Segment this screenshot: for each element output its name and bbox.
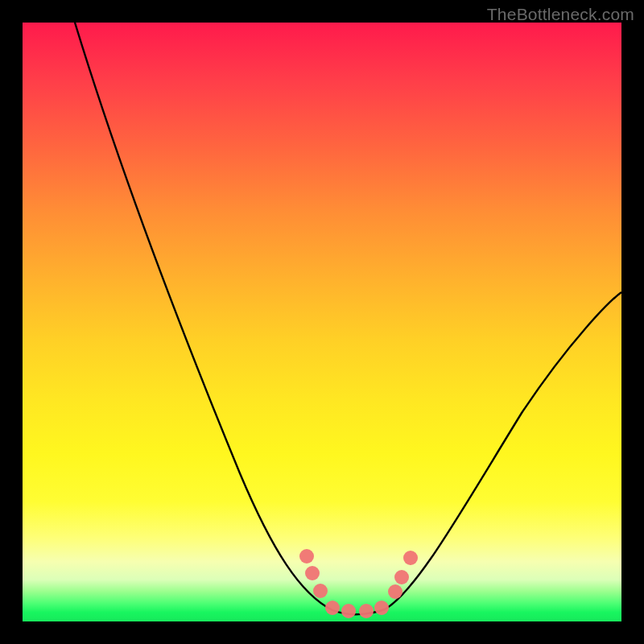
curve-layer bbox=[23, 23, 621, 621]
marker-dot bbox=[403, 551, 418, 565]
marker-dot bbox=[299, 549, 314, 564]
marker-dot bbox=[305, 566, 320, 580]
chart-stage: TheBottleneck.com bbox=[0, 0, 644, 644]
marker-dot bbox=[394, 570, 409, 584]
marker-dot bbox=[341, 604, 356, 618]
watermark-text: TheBottleneck.com bbox=[487, 5, 634, 24]
marker-dot bbox=[374, 601, 389, 615]
marker-dot bbox=[359, 604, 374, 618]
marker-group bbox=[299, 549, 418, 618]
bottleneck-curve bbox=[75, 23, 621, 614]
marker-dot bbox=[313, 584, 328, 598]
marker-dot bbox=[325, 601, 340, 615]
plot-area bbox=[23, 23, 621, 621]
marker-dot bbox=[388, 584, 402, 599]
